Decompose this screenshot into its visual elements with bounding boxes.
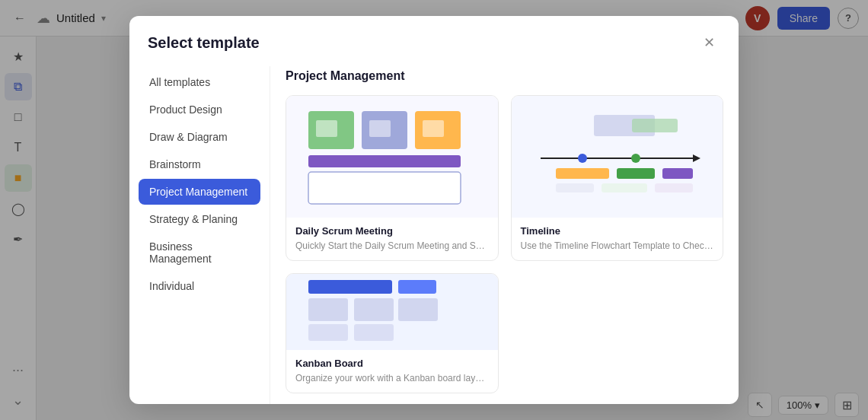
template-desc-timeline: Use the Timeline Flowchart Template to C…: [521, 240, 714, 253]
template-info-daily-scrum: Daily Scrum Meeting Quickly Start the Da…: [286, 218, 498, 260]
nav-item-draw-diagram[interactable]: Draw & Diagram: [139, 124, 260, 150]
template-name-daily-scrum: Daily Scrum Meeting: [295, 225, 489, 237]
select-template-modal: Select template ✕ All templates Product …: [129, 16, 739, 404]
template-content: Project Management: [270, 66, 739, 404]
template-desc-kanban: Organize your work with a Kanban board l…: [295, 372, 489, 385]
svg-rect-9: [632, 119, 678, 132]
template-thumb-daily-scrum: [286, 96, 498, 218]
svg-marker-11: [693, 154, 700, 162]
template-desc-daily-scrum: Quickly Start the Daily Scrum Meeting an…: [295, 240, 489, 253]
svg-rect-7: [308, 172, 461, 204]
kanban-thumbnail-svg: [301, 274, 483, 350]
section-title: Project Management: [286, 66, 723, 83]
svg-rect-16: [662, 168, 693, 179]
svg-rect-26: [398, 298, 438, 321]
nav-item-brainstorm[interactable]: Brainstorm: [139, 151, 260, 177]
svg-rect-18: [602, 183, 647, 192]
template-card-timeline[interactable]: Timeline Use the Timeline Flowchart Temp…: [511, 95, 724, 261]
nav-item-project-management[interactable]: Project Management: [139, 179, 260, 205]
scrum-thumbnail-svg: [301, 103, 483, 210]
modal-title: Select template: [148, 34, 260, 52]
svg-rect-20: [308, 280, 392, 294]
template-nav: All templates Product Design Draw & Diag…: [129, 66, 270, 404]
nav-item-product-design[interactable]: Product Design: [139, 97, 260, 123]
modal-close-button[interactable]: ✕: [697, 31, 720, 54]
svg-point-12: [578, 154, 587, 163]
svg-rect-22: [308, 298, 348, 321]
modal-body: All templates Product Design Draw & Diag…: [129, 66, 739, 404]
svg-rect-24: [354, 298, 394, 321]
nav-item-business-management[interactable]: Business Management: [139, 234, 260, 272]
template-card-kanban[interactable]: Kanban Board Organize your work with a K…: [286, 273, 499, 393]
svg-rect-17: [556, 183, 594, 192]
templates-grid: Daily Scrum Meeting Quickly Start the Da…: [286, 95, 723, 393]
svg-rect-3: [316, 120, 337, 137]
svg-rect-25: [354, 324, 394, 341]
template-card-daily-scrum[interactable]: Daily Scrum Meeting Quickly Start the Da…: [286, 95, 499, 261]
template-name-kanban: Kanban Board: [295, 358, 489, 369]
template-info-timeline: Timeline Use the Timeline Flowchart Temp…: [512, 218, 723, 260]
template-name-timeline: Timeline: [521, 225, 714, 237]
modal-header: Select template ✕: [129, 16, 739, 54]
svg-rect-23: [308, 324, 348, 341]
nav-item-individual[interactable]: Individual: [139, 273, 260, 299]
svg-point-13: [631, 154, 640, 163]
nav-item-all[interactable]: All templates: [139, 69, 260, 95]
timeline-thumbnail-svg: [525, 103, 708, 210]
svg-rect-4: [369, 120, 391, 137]
modal-overlay: Select template ✕ All templates Product …: [0, 0, 868, 420]
svg-rect-6: [308, 155, 461, 167]
template-info-kanban: Kanban Board Organize your work with a K…: [286, 350, 498, 393]
nav-item-strategy-planing[interactable]: Strategy & Planing: [139, 206, 260, 232]
svg-rect-15: [617, 168, 655, 179]
svg-rect-21: [398, 280, 436, 294]
template-thumb-kanban: [286, 274, 498, 350]
svg-rect-19: [655, 183, 693, 192]
template-thumb-timeline: [512, 96, 723, 218]
svg-rect-14: [556, 168, 609, 179]
svg-rect-5: [423, 120, 444, 137]
